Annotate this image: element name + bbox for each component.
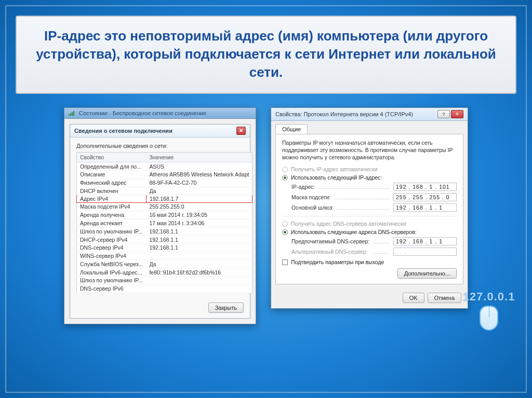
radio-label: Использовать следующий IP-адрес: (291, 174, 382, 181)
radio-icon (282, 167, 288, 172)
label-dns-primary: Предпочитаемый DNS-сервер: (291, 238, 369, 244)
table-row: Шлюз по умолчанию IP... (77, 277, 252, 285)
property-cell: Локальный IPv6-адрес... (77, 268, 147, 277)
value-cell: 17 мая 2014 г. 3:34:06 (146, 219, 252, 227)
table-row: Маска подсети IPv4255.255.255.0 (77, 203, 252, 211)
property-cell: DHCP включен (77, 187, 147, 195)
label-gateway: Основной шлюз: (291, 204, 334, 211)
property-cell: Служба NetBIOS через... (77, 260, 147, 268)
slide-title: IP-адрес это неповторимый адрес (имя) ко… (16, 16, 516, 94)
col-value: Значение (146, 153, 252, 162)
value-cell: 255.255.255.0 (146, 203, 252, 211)
decorative-ip-graphic: 127.0.0.1 (455, 290, 523, 331)
wifi-signal-icon (69, 111, 76, 116)
property-cell: Аренда получена (77, 211, 147, 219)
value-cell: 192.168.1.7 (146, 195, 252, 203)
table-row: Аренда получена16 мая 2014 г. 19:34:05 (77, 211, 252, 219)
dns-alt-input[interactable]: . . . (393, 248, 457, 256)
network-details-table: Свойство Значение Определенный для по...… (76, 152, 252, 293)
radio-obtain-dns-auto[interactable]: Получить адрес DNS-сервера автоматически (282, 221, 457, 227)
radio-icon (282, 221, 288, 227)
tcpip-properties-window: Свойства: Протокол Интернета версии 4 (T… (271, 107, 468, 309)
label-ip: IP-адрес: (291, 184, 315, 190)
value-cell: 192.168.1.1 (146, 243, 252, 252)
property-cell: Шлюз по умолчанию IP... (77, 277, 147, 285)
property-cell: Физический адрес (77, 179, 147, 187)
table-row: Служба NetBIOS через...Да (77, 260, 252, 268)
decorative-ip-text: 127.0.0.1 (455, 290, 523, 304)
table-row: ОписаниеAtheros AR5B95 Wireless Network … (77, 171, 252, 179)
advanced-button[interactable]: Дополнительно... (397, 268, 457, 279)
table-row: DHCP включенДа (77, 187, 252, 195)
table-row: Физический адрес88-9F-FA-42-C2-70 (77, 179, 252, 187)
subnet-mask-input[interactable]: 255 . 255 . 255 . 0 (393, 193, 457, 201)
value-cell: Да (146, 260, 252, 268)
property-cell: Описание (77, 171, 147, 179)
radio-obtain-ip-auto[interactable]: Получить IP-адрес автоматически (282, 166, 457, 172)
network-status-window: Состояние - Беспроводное сетевое соедине… (64, 107, 256, 324)
value-cell (146, 284, 252, 293)
ok-button[interactable]: OK (403, 293, 424, 303)
value-cell (146, 277, 252, 285)
radio-use-following-ip[interactable]: Использовать следующий IP-адрес: (282, 174, 457, 181)
value-cell: 192.168.1.1 (146, 236, 252, 244)
col-property: Свойство (77, 153, 147, 162)
label-dns-alt: Альтернативный DNS-сервер: (291, 249, 368, 255)
checkbox-label: Подтвердить параметры при выходе (291, 259, 384, 265)
value-cell: Atheros AR5B95 Wireless Network Adapt (146, 171, 252, 179)
table-row: Аренда истекает17 мая 2014 г. 3:34:06 (77, 219, 252, 227)
validate-on-exit-checkbox[interactable]: Подтвердить параметры при выходе (282, 259, 457, 265)
close-icon[interactable]: ✕ (451, 110, 463, 118)
property-cell: Адрес IPv4 (77, 195, 147, 203)
mouse-icon (480, 306, 498, 331)
property-cell: Шлюз по умолчанию IP... (77, 227, 147, 236)
radio-label: Получить адрес DNS-сервера автоматически (291, 221, 406, 227)
property-cell: WINS-сервер IPv4 (77, 252, 147, 260)
close-button[interactable]: Закрыть (208, 303, 244, 313)
radio-label: Получить IP-адрес автоматически (291, 166, 378, 172)
value-cell: fe80::91b4:16f:82d2:df6b%16 (146, 268, 252, 277)
value-cell: 16 мая 2014 г. 19:34:05 (146, 211, 252, 219)
table-row: Определенный для по...ASUS (77, 162, 252, 171)
property-cell: Аренда истекает (77, 219, 147, 227)
window-title: Свойства: Протокол Интернета версии 4 (T… (275, 111, 413, 117)
description-text: Параметры IP могут назначаться автоматич… (282, 140, 457, 161)
property-cell: DNS-сервер IPv6 (77, 284, 147, 293)
table-row: Шлюз по умолчанию IP...192.168.1.1 (77, 227, 252, 236)
value-cell (146, 252, 252, 260)
details-caption: Дополнительные сведения о сети: (76, 143, 244, 149)
radio-use-following-dns[interactable]: Использовать следующие адреса DNS-сервер… (282, 229, 457, 235)
dialog-title: Сведения о сетевом подключении (74, 128, 172, 134)
close-icon[interactable]: ✕ (236, 127, 246, 135)
table-row: DNS-сервер IPv4192.168.1.1 (77, 243, 252, 252)
parent-window-titlebar: Состояние - Беспроводное сетевое соедине… (64, 108, 256, 119)
dns-primary-input[interactable]: 192 . 168 . 1 . 1 (393, 237, 457, 245)
value-cell: 192.168.1.1 (146, 227, 252, 236)
value-cell: Да (146, 187, 252, 195)
value-cell: 88-9F-FA-42-C2-70 (146, 179, 252, 187)
gateway-input[interactable]: 192 . 168 . 1 . 1 (393, 203, 457, 212)
radio-icon (282, 229, 288, 235)
help-icon[interactable]: ? (437, 110, 450, 118)
table-row: DHCP-сервер IPv4192.168.1.1 (77, 236, 252, 244)
table-row: Адрес IPv4192.168.1.7 (77, 195, 252, 203)
table-row: DNS-сервер IPv6 (77, 284, 252, 293)
value-cell: ASUS (146, 162, 252, 171)
ip-address-input[interactable]: 192 . 168 . 1 . 101 (393, 183, 457, 191)
radio-icon (282, 175, 288, 181)
table-row: Локальный IPv6-адрес...fe80::91b4:16f:82… (77, 268, 252, 277)
table-row: WINS-сервер IPv4 (77, 252, 252, 260)
property-cell: DNS-сервер IPv4 (77, 243, 147, 252)
tab-general[interactable]: Общие (275, 124, 308, 134)
radio-label: Использовать следующие адреса DNS-сервер… (291, 229, 417, 235)
property-cell: Определенный для по... (77, 162, 147, 171)
parent-window-title: Состояние - Беспроводное сетевое соедине… (79, 110, 206, 116)
label-mask: Маска подсети: (291, 194, 330, 200)
property-cell: Маска подсети IPv4 (77, 203, 147, 211)
checkbox-icon (282, 259, 288, 265)
property-cell: DHCP-сервер IPv4 (77, 236, 147, 244)
